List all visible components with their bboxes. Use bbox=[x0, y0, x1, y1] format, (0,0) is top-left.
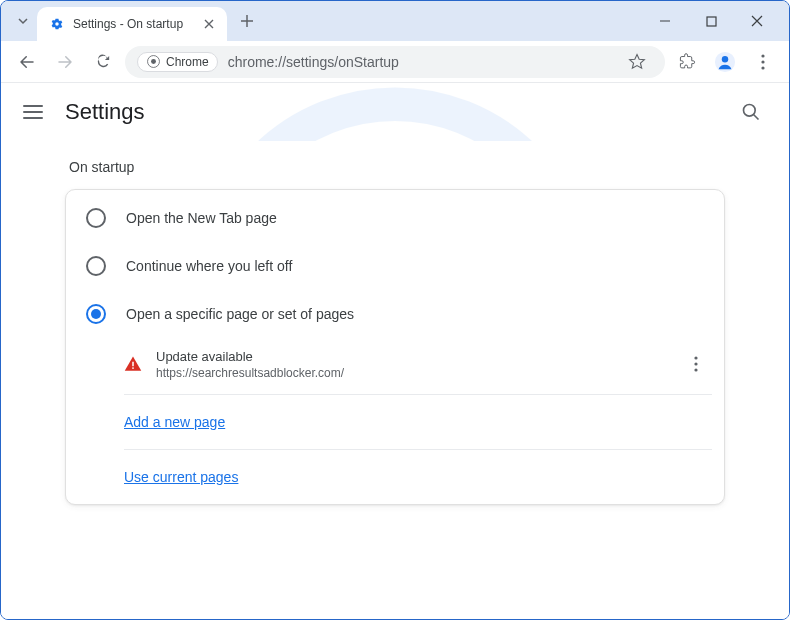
radio-icon bbox=[86, 208, 106, 228]
settings-header: Settings bbox=[1, 83, 789, 141]
address-bar[interactable]: Chrome chrome://settings/onStartup bbox=[125, 46, 665, 78]
bookmark-button[interactable] bbox=[621, 46, 653, 78]
tab-close-button[interactable] bbox=[201, 16, 217, 32]
page-title: Settings bbox=[65, 99, 145, 125]
radio-continue[interactable]: Continue where you left off bbox=[66, 242, 724, 290]
arrow-right-icon bbox=[56, 53, 74, 71]
minimize-icon bbox=[659, 15, 671, 27]
close-window-button[interactable] bbox=[743, 7, 771, 35]
extensions-button[interactable] bbox=[671, 46, 703, 78]
minimize-button[interactable] bbox=[651, 7, 679, 35]
svg-rect-9 bbox=[132, 362, 134, 367]
radio-label: Continue where you left off bbox=[126, 258, 292, 274]
arrow-left-icon bbox=[18, 53, 36, 71]
star-icon bbox=[628, 53, 646, 71]
radio-new-tab[interactable]: Open the New Tab page bbox=[66, 194, 724, 242]
maximize-icon bbox=[706, 16, 717, 27]
divider bbox=[124, 394, 712, 395]
warning-icon bbox=[124, 355, 142, 373]
browser-tab[interactable]: Settings - On startup bbox=[37, 7, 227, 41]
svg-point-7 bbox=[761, 66, 764, 69]
dots-vertical-icon bbox=[761, 54, 765, 70]
dots-vertical-icon bbox=[694, 356, 698, 372]
url-text: chrome://settings/onStartup bbox=[228, 54, 399, 70]
content-area: On startup Open the New Tab page Continu… bbox=[1, 141, 789, 619]
page-entry-menu-button[interactable] bbox=[680, 348, 712, 380]
close-icon bbox=[751, 15, 763, 27]
startup-page-entry: Update available https://searchresultsad… bbox=[124, 338, 712, 390]
page-entry-title: Update available bbox=[156, 349, 666, 364]
titlebar: Settings - On startup bbox=[1, 1, 789, 41]
svg-point-5 bbox=[761, 54, 764, 57]
divider bbox=[124, 449, 712, 450]
svg-point-11 bbox=[694, 356, 697, 359]
hamburger-icon bbox=[23, 105, 43, 107]
svg-point-6 bbox=[761, 60, 764, 63]
new-tab-button[interactable] bbox=[233, 7, 261, 35]
chrome-logo-icon bbox=[146, 55, 160, 69]
site-info-chip[interactable]: Chrome bbox=[137, 52, 218, 72]
tab-title: Settings - On startup bbox=[73, 17, 193, 31]
svg-point-12 bbox=[694, 362, 697, 365]
svg-point-8 bbox=[744, 105, 756, 117]
use-current-row[interactable]: Use current pages bbox=[124, 454, 712, 500]
search-icon bbox=[741, 102, 761, 122]
radio-icon-selected bbox=[86, 304, 106, 324]
svg-point-2 bbox=[151, 59, 156, 64]
browser-toolbar: Chrome chrome://settings/onStartup bbox=[1, 41, 789, 83]
avatar-icon bbox=[714, 51, 736, 73]
settings-search-button[interactable] bbox=[735, 96, 767, 128]
svg-rect-0 bbox=[707, 17, 716, 26]
add-page-link[interactable]: Add a new page bbox=[124, 414, 225, 430]
svg-point-13 bbox=[694, 368, 697, 371]
nav-forward-button[interactable] bbox=[49, 46, 81, 78]
plus-icon bbox=[240, 14, 254, 28]
tab-search-dropdown[interactable] bbox=[9, 7, 37, 35]
svg-point-4 bbox=[722, 56, 728, 62]
chrome-chip-label: Chrome bbox=[166, 55, 209, 69]
radio-label: Open the New Tab page bbox=[126, 210, 277, 226]
radio-label: Open a specific page or set of pages bbox=[126, 306, 354, 322]
startup-card: Open the New Tab page Continue where you… bbox=[65, 189, 725, 505]
chevron-down-icon bbox=[17, 15, 29, 27]
menu-button[interactable] bbox=[23, 105, 43, 119]
browser-menu-button[interactable] bbox=[747, 46, 779, 78]
section-title: On startup bbox=[65, 141, 725, 189]
radio-specific-pages[interactable]: Open a specific page or set of pages bbox=[66, 290, 724, 338]
close-icon bbox=[204, 19, 214, 29]
maximize-button[interactable] bbox=[697, 7, 725, 35]
gear-icon bbox=[49, 16, 65, 32]
profile-button[interactable] bbox=[709, 46, 741, 78]
reload-button[interactable] bbox=[87, 46, 119, 78]
page-entry-url: https://searchresultsadblocker.com/ bbox=[156, 366, 666, 380]
reload-icon bbox=[95, 53, 112, 70]
puzzle-icon bbox=[679, 53, 696, 70]
nav-back-button[interactable] bbox=[11, 46, 43, 78]
window-controls bbox=[651, 7, 781, 35]
svg-rect-10 bbox=[132, 367, 134, 369]
use-current-link[interactable]: Use current pages bbox=[124, 469, 238, 485]
add-page-row[interactable]: Add a new page bbox=[124, 399, 712, 445]
radio-icon bbox=[86, 256, 106, 276]
